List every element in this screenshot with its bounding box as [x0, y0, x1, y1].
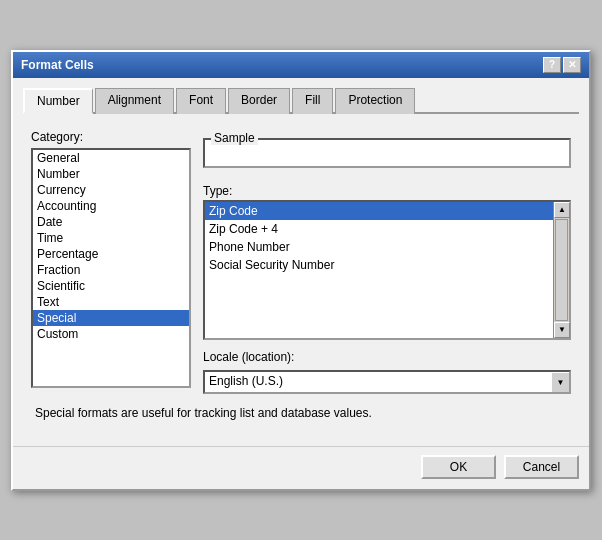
scroll-down-button[interactable]: ▼ [554, 322, 570, 338]
category-item-number[interactable]: Number [33, 166, 189, 182]
type-item-ssn[interactable]: Social Security Number [205, 256, 553, 274]
category-item-currency[interactable]: Currency [33, 182, 189, 198]
type-section: Type: Zip Code Zip Code + 4 Phone Number… [203, 184, 571, 340]
locale-label: Locale (location): [203, 350, 571, 364]
category-item-date[interactable]: Date [33, 214, 189, 230]
category-section: Category: General Number Currency Accoun… [31, 130, 191, 394]
ok-button[interactable]: OK [421, 455, 496, 479]
category-listbox[interactable]: General Number Currency Accounting Date … [31, 148, 191, 388]
tab-border[interactable]: Border [228, 88, 290, 114]
buttons-row: OK Cancel [13, 446, 589, 489]
tab-bar: Number Alignment Font Border Fill Protec… [23, 86, 579, 114]
type-listbox[interactable]: Zip Code Zip Code + 4 Phone Number Socia… [205, 202, 553, 338]
tab-alignment[interactable]: Alignment [95, 88, 174, 114]
locale-select[interactable]: English (U.S.) ▼ [203, 370, 571, 394]
category-item-special[interactable]: Special [33, 310, 189, 326]
type-item-zipcode4[interactable]: Zip Code + 4 [205, 220, 553, 238]
type-item-zipcode[interactable]: Zip Code [205, 202, 553, 220]
locale-dropdown-arrow[interactable]: ▼ [551, 372, 569, 392]
dialog-title: Format Cells [21, 58, 94, 72]
format-cells-dialog: Format Cells ? ✕ Number Alignment Font B… [11, 50, 591, 491]
category-item-scientific[interactable]: Scientific [33, 278, 189, 294]
sample-label: Sample [211, 131, 258, 145]
scroll-up-button[interactable]: ▲ [554, 202, 570, 218]
category-item-general[interactable]: General [33, 150, 189, 166]
type-item-phone[interactable]: Phone Number [205, 238, 553, 256]
type-label: Type: [203, 184, 571, 198]
tab-fill[interactable]: Fill [292, 88, 333, 114]
tab-font[interactable]: Font [176, 88, 226, 114]
locale-value: English (U.S.) [205, 372, 551, 392]
type-listbox-container: Zip Code Zip Code + 4 Phone Number Socia… [203, 200, 571, 340]
dialog-content: Number Alignment Font Border Fill Protec… [13, 78, 589, 446]
tab-content-number: Category: General Number Currency Accoun… [23, 114, 579, 436]
category-item-time[interactable]: Time [33, 230, 189, 246]
right-panel: Sample Type: Zip Code Zip Code + 4 Phone… [203, 130, 571, 394]
sample-section: Sample [203, 138, 571, 168]
main-row: Category: General Number Currency Accoun… [31, 130, 571, 394]
category-item-custom[interactable]: Custom [33, 326, 189, 342]
category-item-fraction[interactable]: Fraction [33, 262, 189, 278]
title-bar-buttons: ? ✕ [543, 57, 581, 73]
scroll-thumb [555, 219, 568, 321]
title-bar: Format Cells ? ✕ [13, 52, 589, 78]
type-scrollbar[interactable]: ▲ ▼ [553, 202, 569, 338]
category-item-text[interactable]: Text [33, 294, 189, 310]
category-item-accounting[interactable]: Accounting [33, 198, 189, 214]
close-button[interactable]: ✕ [563, 57, 581, 73]
help-button[interactable]: ? [543, 57, 561, 73]
category-label: Category: [31, 130, 191, 144]
category-item-percentage[interactable]: Percentage [33, 246, 189, 262]
tab-number[interactable]: Number [23, 88, 93, 114]
tab-protection[interactable]: Protection [335, 88, 415, 114]
cancel-button[interactable]: Cancel [504, 455, 579, 479]
locale-section: Locale (location): English (U.S.) ▼ [203, 350, 571, 394]
description-text: Special formats are useful for tracking … [31, 398, 571, 428]
